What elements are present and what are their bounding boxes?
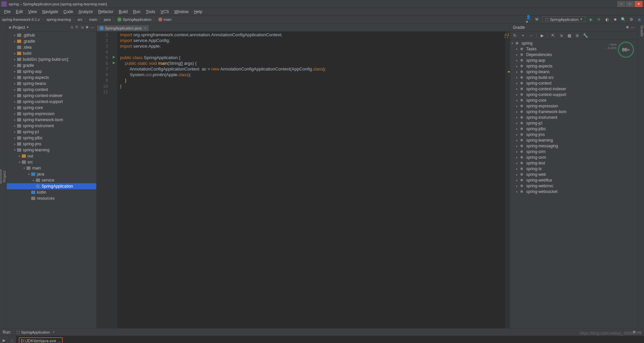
tree-row[interactable]: ▸spring-beans	[7, 81, 96, 87]
gradle-wrench-icon[interactable]: 🔧	[583, 33, 588, 38]
gradle-item[interactable]: ▸⬢spring-expression	[510, 103, 637, 109]
tree-row[interactable]: resources	[7, 195, 96, 201]
tree-row[interactable]: ▸spring-framework-bom	[7, 117, 96, 123]
gradle-settings-icon[interactable]: ✱	[626, 25, 629, 30]
gradle-item[interactable]: ▸⬢spring-jms	[510, 132, 637, 137]
gradle-item[interactable]: ▸⬢spring-jdbc	[510, 126, 637, 132]
tree-row[interactable]: ▸spring-context-indexer	[7, 93, 96, 99]
editor-content[interactable]: 1234567891011 ▶▶ import org.springframew…	[97, 32, 510, 328]
settings-icon[interactable]: ✱	[86, 25, 89, 30]
warning-badge[interactable]: ⚠1 ˄ ˅	[504, 33, 509, 40]
menu-file[interactable]: File	[1, 9, 13, 15]
tree-row[interactable]: ▸spring-core	[7, 105, 96, 111]
tree-row[interactable]: ▸spring-expression	[7, 111, 96, 117]
breadcrumb-item[interactable]: main	[89, 17, 97, 21]
tree-row[interactable]: ▾main	[7, 165, 96, 171]
settings-icon[interactable]: ⚙	[629, 17, 634, 22]
left-tool-project[interactable]: Project	[2, 169, 6, 184]
tree-row[interactable]: SpringApplication	[7, 183, 96, 189]
rerun-icon[interactable]: ▶	[1, 337, 7, 343]
gradle-item[interactable]: ▸⬢spring-tx	[510, 166, 637, 172]
tree-row[interactable]: ▸spring-jdbc	[7, 135, 96, 141]
gradle-item[interactable]: ▸⬢spring-web	[510, 172, 637, 177]
gutter-run-icon[interactable]	[111, 49, 117, 55]
gutter-run-icon[interactable]	[111, 72, 117, 78]
menu-refactor[interactable]: Refactor	[96, 9, 116, 15]
run-config-selector[interactable]: ⬚ SpringApplication ▼	[542, 16, 586, 22]
tree-row[interactable]: ▸spring-aspects	[7, 75, 96, 81]
gradle-item[interactable]: ▸⬢spring-build-src	[510, 75, 637, 80]
gradle-item[interactable]: ▸⬢spring-aspects	[510, 63, 637, 69]
tree-row[interactable]: .idea	[7, 44, 96, 50]
tree-row[interactable]: ▸out	[7, 153, 96, 159]
right-tool-gradle[interactable]: Gradle	[640, 23, 644, 328]
gutter-run-icon[interactable]: ▶	[111, 55, 117, 61]
breadcrumb-item[interactable]: SpringApplication	[117, 17, 152, 21]
coverage-button[interactable]: ◐	[604, 17, 610, 22]
menu-view[interactable]: View	[25, 9, 40, 15]
gradle-item[interactable]: ▸⬢spring-orm	[510, 149, 637, 154]
breadcrumb-item[interactable]: src	[77, 17, 83, 21]
tree-row[interactable]: ▾spring-learning	[7, 147, 96, 153]
tree-row[interactable]: ▸gradle	[7, 62, 96, 68]
gradle-expand-icon[interactable]: ⇱	[550, 33, 556, 38]
breadcrumb-item[interactable]: java	[104, 17, 111, 21]
performance-meter[interactable]: 86%	[618, 42, 634, 58]
menu-help[interactable]: Help	[191, 9, 205, 15]
gradle-item[interactable]: ▸⬢spring-context-indexer	[510, 86, 637, 92]
menu-vcs[interactable]: VCS	[158, 9, 172, 15]
tree-row[interactable]: ▸buildSrc [spring-build-src]	[7, 56, 96, 62]
gradle-item[interactable]: ▸⬢spring-oxm	[510, 154, 637, 160]
window-minimize[interactable]: ─	[617, 1, 625, 7]
gutter-run-icon[interactable]	[111, 78, 117, 84]
gutter-run-icon[interactable]: ▶	[111, 61, 117, 66]
gradle-remove-icon[interactable]: −	[528, 33, 534, 38]
gutter-run-icon[interactable]	[111, 84, 117, 89]
tree-row[interactable]: ▸spring-aop	[7, 68, 96, 75]
gradle-run-icon[interactable]: ▶	[539, 33, 545, 38]
help-icon[interactable]: ◉	[637, 17, 642, 22]
project-panel-title[interactable]: ■ Project ▼	[9, 25, 70, 30]
gradle-item[interactable]: ▸⬢spring-instrument	[510, 114, 637, 120]
gradle-item[interactable]: ▸⬢spring-websocket	[510, 189, 637, 194]
run-tab[interactable]: ⬚ SpringApplication ×	[14, 329, 57, 335]
gutter-run-icon[interactable]	[111, 38, 117, 44]
project-tree[interactable]: ▸.github▸.gradle.idea▸build▸buildSrc [sp…	[7, 32, 96, 328]
gradle-item[interactable]: ▸⬢spring-messaging	[510, 143, 637, 149]
tree-row[interactable]: ▸.github	[7, 32, 96, 38]
search-icon[interactable]: 🔍	[621, 17, 626, 22]
menu-code[interactable]: Code	[61, 9, 76, 15]
collapse-icon[interactable]: ⇲	[80, 25, 84, 30]
gradle-offline-icon[interactable]: ⊘	[575, 33, 580, 38]
close-icon[interactable]: ×	[53, 330, 55, 334]
gradle-collapse-icon[interactable]: ⇲	[558, 33, 564, 38]
window-maximize[interactable]: □	[626, 1, 634, 7]
gradle-hide-icon[interactable]: —	[631, 25, 635, 30]
gutter-run-icon[interactable]	[111, 89, 117, 95]
gradle-item[interactable]: ▸⬢spring-test	[510, 160, 637, 166]
stop-button[interactable]: ■	[612, 17, 618, 22]
gradle-root[interactable]: ▾⬢spring	[510, 40, 637, 46]
gradle-item[interactable]: ▸⬢spring-jcl	[510, 120, 637, 126]
gradle-item[interactable]: ▸⬢spring-context-support	[510, 92, 637, 97]
tree-row[interactable]: kotlin	[7, 189, 96, 195]
build-icon[interactable]: ⚒	[534, 17, 539, 22]
menu-navigate[interactable]: Navigate	[40, 9, 61, 15]
editor-overview[interactable]: ⚠1 ˄ ˅	[505, 32, 510, 328]
tree-row[interactable]: ▸spring-context-support	[7, 99, 96, 105]
locate-icon[interactable]: ⊙	[70, 25, 73, 30]
gutter-run-icon[interactable]	[111, 32, 117, 38]
run-button[interactable]: ▶	[588, 17, 594, 22]
code-area[interactable]: import org.springframework.context.annot…	[117, 32, 505, 328]
tree-row[interactable]: ▸spring-jcl	[7, 129, 96, 135]
menu-analyze[interactable]: Analyze	[76, 9, 96, 15]
tree-row[interactable]: ▸spring-jms	[7, 141, 96, 147]
gradle-item[interactable]: ▸⬢spring-core	[510, 97, 637, 103]
breadcrumb-item[interactable]: spring-framework-5.1.x	[2, 17, 40, 21]
window-close[interactable]: ✕	[635, 1, 643, 7]
close-icon[interactable]: ×	[144, 27, 146, 30]
gradle-item[interactable]: ▸⬢spring-aop	[510, 57, 637, 63]
menu-window[interactable]: Window	[171, 9, 191, 15]
gutter-run-icon[interactable]	[111, 66, 117, 72]
breadcrumb-item[interactable]: spring-learning	[46, 17, 71, 21]
